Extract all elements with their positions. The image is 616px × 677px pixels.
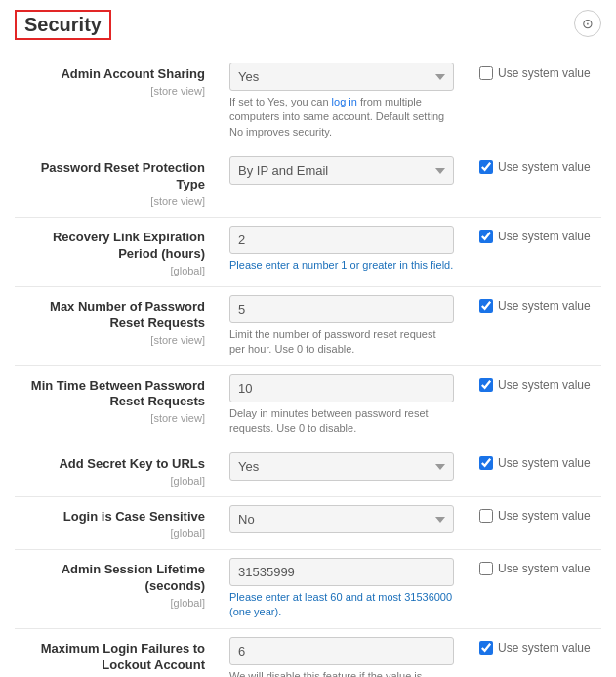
field-input-max_password_reset_requests[interactable] <box>229 295 454 323</box>
use-system-label[interactable]: Use system value <box>479 378 596 392</box>
use-system-text: Use system value <box>498 641 591 655</box>
use-system-checkbox-max_password_reset_requests[interactable] <box>479 299 493 313</box>
field-scope: [store view] <box>15 412 205 424</box>
field-label: Login is Case Sensitive <box>63 509 205 524</box>
config-row: Login is Case Sensitive [global] NoYes U… <box>15 497 601 550</box>
field-note: Please enter at least 60 and at most 315… <box>229 590 454 620</box>
config-row: Admin Session Lifetime (seconds) [global… <box>15 550 601 629</box>
field-select-admin_account_sharing[interactable]: YesNo <box>229 63 454 91</box>
field-label: Admin Account Sharing <box>61 66 205 81</box>
back-button[interactable]: ⊙ <box>574 10 601 37</box>
config-row: Max Number of Password Reset Requests [s… <box>15 286 601 365</box>
field-input-recovery_link_expiration[interactable] <box>229 226 454 254</box>
field-scope: [global] <box>15 475 205 487</box>
field-scope: [global] <box>15 597 205 609</box>
page-container: Security ⊙ Admin Account Sharing [store … <box>0 0 616 677</box>
use-system-text: Use system value <box>498 562 591 575</box>
field-note: Limit the number of password reset reque… <box>229 327 454 358</box>
config-row: Admin Account Sharing [store view] YesNo… <box>15 55 601 148</box>
use-system-label[interactable]: Use system value <box>479 160 596 174</box>
field-note: We will disable this feature if the valu… <box>229 669 454 677</box>
config-row: Recovery Link Expiration Period (hours) … <box>15 217 601 286</box>
use-system-label[interactable]: Use system value <box>479 456 596 470</box>
config-row: Add Secret Key to URLs [global] YesNo Us… <box>15 444 601 497</box>
config-table: Admin Account Sharing [store view] YesNo… <box>15 55 601 677</box>
use-system-checkbox-admin_account_sharing[interactable] <box>479 66 493 80</box>
field-note: Please enter a number 1 or greater in th… <box>229 258 454 273</box>
page-title: Security <box>15 10 111 40</box>
use-system-text: Use system value <box>498 299 591 313</box>
use-system-label[interactable]: Use system value <box>479 641 596 655</box>
field-scope: [store view] <box>15 85 205 97</box>
use-system-text: Use system value <box>498 66 591 80</box>
use-system-text: Use system value <box>498 456 591 470</box>
use-system-text: Use system value <box>498 378 591 392</box>
field-scope: [global] <box>15 528 205 539</box>
field-note: Delay in minutes between password reset … <box>229 406 454 437</box>
use-system-text: Use system value <box>498 230 591 243</box>
field-input-admin_session_lifetime[interactable] <box>229 558 454 586</box>
field-label: Password Reset Protection Type <box>41 160 205 191</box>
field-label: Maximum Login Failures to Lockout Accoun… <box>41 641 205 672</box>
use-system-text: Use system value <box>498 509 591 523</box>
config-row: Min Time Between Password Reset Requests… <box>15 365 601 444</box>
config-row: Maximum Login Failures to Lockout Accoun… <box>15 628 601 677</box>
use-system-checkbox-add_secret_key[interactable] <box>479 456 493 470</box>
use-system-label[interactable]: Use system value <box>479 230 596 243</box>
field-label: Max Number of Password Reset Requests <box>50 299 205 330</box>
field-scope: [global] <box>15 265 205 276</box>
field-select-login_case_sensitive[interactable]: NoYes <box>229 505 454 533</box>
field-scope: [store view] <box>15 334 205 346</box>
use-system-label[interactable]: Use system value <box>479 509 596 523</box>
use-system-label[interactable]: Use system value <box>479 562 596 575</box>
field-label: Min Time Between Password Reset Requests <box>31 378 205 409</box>
use-system-text: Use system value <box>498 160 591 174</box>
use-system-checkbox-recovery_link_expiration[interactable] <box>479 230 493 243</box>
use-system-checkbox-login_case_sensitive[interactable] <box>479 509 493 523</box>
field-note: If set to Yes, you can log in from multi… <box>229 95 454 140</box>
field-input-max_login_failures[interactable] <box>229 637 454 665</box>
use-system-checkbox-admin_session_lifetime[interactable] <box>479 562 493 575</box>
field-select-add_secret_key[interactable]: YesNo <box>229 452 454 481</box>
field-input-min_time_between_resets[interactable] <box>229 374 454 402</box>
use-system-checkbox-min_time_between_resets[interactable] <box>479 378 493 392</box>
config-row: Password Reset Protection Type [store vi… <box>15 148 601 218</box>
field-scope: [store view] <box>15 195 205 207</box>
field-label: Recovery Link Expiration Period (hours) <box>53 230 205 261</box>
use-system-label[interactable]: Use system value <box>479 299 596 313</box>
use-system-checkbox-password_reset_protection_type[interactable] <box>479 160 493 174</box>
field-select-password_reset_protection_type[interactable]: By IP and EmailBy IPBy EmailNone <box>229 156 454 185</box>
use-system-label[interactable]: Use system value <box>479 66 596 80</box>
field-label: Add Secret Key to URLs <box>59 456 205 471</box>
field-label: Admin Session Lifetime (seconds) <box>62 562 205 593</box>
use-system-checkbox-max_login_failures[interactable] <box>479 641 493 655</box>
